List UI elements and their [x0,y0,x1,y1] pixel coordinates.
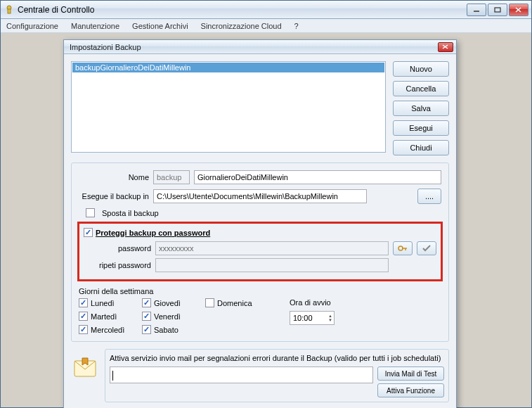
mail-test-button[interactable]: Invia Mail di Test [377,366,444,381]
password-input[interactable] [155,241,389,255]
giovedi-checkbox[interactable] [142,298,151,307]
highlight-box: Proteggi backup con password password [77,222,443,281]
mail-input[interactable] [110,366,373,383]
sabato-checkbox[interactable] [142,325,151,334]
protect-checkbox[interactable] [84,228,93,237]
venerdi-checkbox[interactable] [142,312,151,321]
nome-label: Nome [79,173,149,181]
avvio-label: Ora di avvio [290,298,331,307]
protect-label: Proteggi backup con password [96,229,210,237]
mercoledi-checkbox[interactable] [79,325,88,334]
days-title: Giorni della settimana [79,287,441,295]
main-titlebar: Centrale di Controllo [1,1,531,19]
dialog-close-button[interactable] [438,42,453,52]
password-label: password [81,244,151,253]
svg-rect-3 [495,8,500,12]
mail-caption: Attiva servizio invio mail per segnalazi… [110,354,444,362]
menu-gestione-archivi[interactable]: Gestione Archivi [132,22,188,30]
menubar: Configurazione Manutenzione Gestione Arc… [1,19,531,33]
lunedi-checkbox[interactable] [79,298,88,307]
time-spinner[interactable]: ▲▼ [328,314,332,322]
martedi-checkbox[interactable] [79,312,88,321]
backup-dialog: Impostazioni Backup backupGiornalieroDei… [63,39,457,408]
salva-button[interactable]: Salva [393,101,449,116]
esegue-input[interactable] [153,189,367,203]
avvio-time-input[interactable]: 10:00 ▲▼ [290,311,335,325]
repeat-password-input[interactable] [155,258,389,272]
mail-icon [71,353,99,381]
sposta-checkbox[interactable] [86,208,95,217]
menu-sincronizzazione[interactable]: Sincronizzazione Cloud [201,22,282,30]
avvio-time-value: 10:00 [293,314,313,322]
sabato-label: Sabato [154,326,179,334]
lunedi-label: Lunedì [91,299,115,307]
domenica-label: Domenica [217,299,252,307]
menu-help[interactable]: ? [294,22,299,30]
svg-rect-1 [8,9,11,13]
cancella-button[interactable]: Cancella [393,81,449,96]
client-area: Impostazioni Backup backupGiornalieroDei… [1,33,531,407]
minimize-button[interactable] [467,4,486,16]
sposta-label: Sposta il backup [102,209,159,217]
menu-manutenzione[interactable]: Manutenzione [71,22,119,30]
chiudi-button[interactable]: Chiudi [393,140,449,155]
venerdi-label: Venerdì [154,312,181,321]
maximize-button[interactable] [488,4,507,16]
password-confirm-button[interactable] [417,241,436,255]
dialog-titlebar: Impostazioni Backup [64,40,456,54]
menu-configurazione[interactable]: Configurazione [6,22,58,30]
nuovo-button[interactable]: Nuovo [393,61,449,77]
repeat-password-label: ripeti password [81,261,151,269]
esegui-button[interactable]: Esegui [393,120,449,136]
main-window: Centrale di Controllo Configurazione Man… [0,0,532,408]
mail-attiva-button[interactable]: Attiva Funzione [377,383,444,397]
nome-input[interactable] [194,170,441,184]
nome-prefix-field: backup [153,170,190,184]
close-button[interactable] [509,4,528,16]
esegue-label: Esegue il backup in [79,192,149,200]
dialog-title: Impostazioni Backup [70,43,438,51]
martedi-label: Martedì [91,312,117,321]
app-icon [4,4,15,15]
browse-button[interactable]: .... [417,189,441,204]
window-title: Centrale di Controllo [18,5,467,15]
domenica-checkbox[interactable] [205,298,214,307]
backup-jobs-listbox[interactable]: backupGiornalieroDeiDatiMillewin [71,61,386,153]
list-item[interactable]: backupGiornalieroDeiDatiMillewin [72,63,384,72]
mercoledi-label: Mercoledì [91,326,124,334]
password-key-button[interactable] [393,241,413,255]
giovedi-label: Giovedì [154,299,181,307]
